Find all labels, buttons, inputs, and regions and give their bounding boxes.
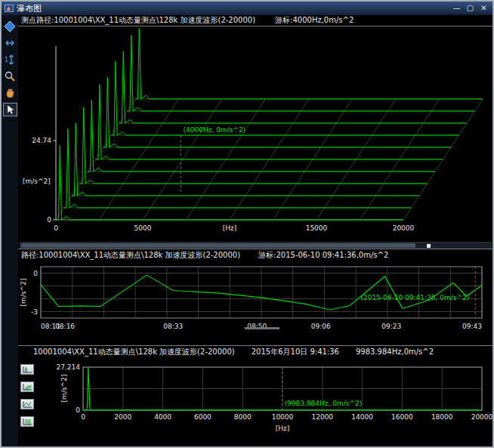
pan-button[interactable] [3,36,17,50]
waterfall-path-label: 测点路径:10001004\XX_11动态量测点\128k 加速度波形(2-20… [21,15,255,26]
spectrum-header: 10001004\XX_11动态量测点\128k 加速度波形(2-20000) … [18,346,492,357]
navigate-diamond-icon [4,20,16,32]
waterfall-x-tick: 15000 [306,224,328,232]
title-bar[interactable]: 瀑布图 — ▢ ✕ [2,2,492,15]
scale-1to1-icon: 1 [4,54,16,66]
waterfall-y-axis-label: [m/s^2] [23,178,51,185]
spectrum-x-tick: 2000 [114,413,131,421]
trend-x-tick: 08:33 [163,323,183,330]
pan-arrows-icon [4,37,16,49]
navigate-button[interactable] [3,20,17,33]
trend-x-tick: 08:16 [55,323,75,330]
trend-y-tick: -3 [31,308,38,316]
mini-trend-button[interactable] [20,399,34,409]
trend-header: 路径:10001004\XX_11动态量测点\128k 加速度波形(2-2000… [18,249,492,261]
waterfall-trace [112,61,459,135]
hand-pan-button[interactable] [3,86,17,100]
spectrum-chart[interactable]: (9983.984Hz, 0m/s^2)027.214[m/s^2]020004… [18,357,492,441]
zoom-button[interactable] [3,70,17,83]
trend-y-axis-label: [m/s^2] [20,279,27,307]
select-pointer-button[interactable] [3,103,17,116]
waterfall-trace [135,29,483,99]
maximize-button[interactable]: ▢ [465,3,476,14]
window-controls: — ▢ ✕ [451,3,489,14]
spectrum-y-axis-label: [m/s^2] [60,375,68,403]
waterfall-header: 测点路径:10001004\XX_11动态量测点\128k 加速度波形(2-20… [18,15,492,26]
waterfall-x-tick: 5000 [134,224,152,232]
waterfall-panel: 测点路径:10001004\XX_11动态量测点\128k 加速度波形(2-20… [18,15,492,249]
waterfall-trace [56,146,403,221]
app-icon [5,4,14,13]
waterfall-cursor-value: (4000Hz, 0m/s^2) [184,126,246,134]
spectrum-x-tick: 12000 [311,413,333,421]
waterfall-y-tick: 0 [47,216,51,224]
spectrum-cursor-label: 9983.984Hz,0m/s^2 [356,348,434,356]
waterfall-trace [128,36,475,111]
trend-cursor-value: (2015-06-10 09:41:36, 0m/s^2) [360,294,469,301]
waterfall-trace [80,107,428,184]
waterfall-x-tick: 20000 [393,224,415,232]
spectrum-mini-toolbar [20,364,34,427]
waterfall-y-tick: 24.74 [32,137,51,144]
trend-x-tick: 09:06 [311,323,331,330]
close-button[interactable]: ✕ [478,3,489,14]
spectrum-x-tick: 14000 [351,413,373,421]
mini-waterfall-icon [23,383,32,391]
trend-path-label: 路径:10001004\XX_11动态量测点\128k 加速度波形(2-2000… [21,250,240,261]
chart-panels: 测点路径:10001004\XX_11动态量测点\128k 加速度波形(2-20… [18,15,492,446]
main-toolbar: 1 [2,15,18,446]
spectrum-x-tick: 4000 [154,413,171,421]
svg-text:1: 1 [5,57,8,63]
spectrum-datetime-label: 2015年6月10日 9:41:36 [252,347,339,357]
spectrum-x-tick: 18000 [431,413,453,421]
spectrum-x-tick: 10000 [272,413,294,421]
spectrum-x-axis-label: [Hz] [276,425,290,432]
mini-spectrum-icon [23,366,32,373]
trend-panel: 路径:10001004\XX_11动态量测点\128k 加速度波形(2-2000… [18,249,492,345]
spectrum-x-tick: 0 [81,413,85,421]
window-body: 1 [2,15,492,446]
trend-y-tick: 0 [33,270,38,277]
waterfall-trace [96,85,443,159]
waterfall-scrollbar-marker [427,244,431,248]
spectrum-x-tick: 8000 [234,413,252,421]
mini-list-button[interactable] [20,416,34,427]
minimize-button[interactable]: — [451,3,462,14]
mini-trend-icon [23,400,32,408]
waterfall-chart[interactable]: 024.74[m/s^2]05000[Hz]1500020000(4000Hz,… [18,26,492,241]
spectrum-y-tick: 27.214 [57,363,81,371]
spectrum-x-tick: 20000 [471,413,492,421]
mini-waterfall-button[interactable] [20,382,34,392]
hand-icon [4,87,16,99]
waterfall-x-tick: [Hz] [223,224,237,232]
spectrum-x-tick: 16000 [391,413,413,421]
spectrum-y-tick: 0 [76,406,80,414]
spectrum-cursor-value: (9983.984Hz, 0m/s^2) [285,400,363,407]
trend-cursor-label: 游标:2015-06-10 09:41:36,0m/s^2 [258,250,388,261]
spectrum-x-tick: 6000 [194,413,211,421]
waterfall-cursor-label: 游标:4000Hz,0m/s^2 [275,15,354,26]
select-pointer-icon [5,104,15,115]
trend-scrollbar[interactable] [245,327,279,329]
waterfall-x-tick: 0 [54,224,58,232]
spectrum-path-label: 10001004\XX_11动态量测点\128k 加速度波形(2-20000) [33,347,235,357]
waterfall-scrollbar-thumb[interactable] [21,243,415,248]
waterfall-window: 瀑布图 — ▢ ✕ 1 [0,0,494,448]
waterfall-trace [119,51,467,123]
zoom-icon [4,70,16,82]
spectrum-panel: 10001004\XX_11动态量测点\128k 加速度波形(2-20000) … [18,345,492,446]
window-title: 瀑布图 [17,3,42,14]
trend-chart[interactable]: (2015-06-10 09:41:36, 0m/s^2)0-3[m/s^2]0… [18,261,492,344]
waterfall-trace [103,78,451,148]
trend-x-tick: 09:43 [462,323,482,330]
scale-button[interactable]: 1 [3,53,17,66]
mini-spectrum-button[interactable] [20,364,34,375]
mini-list-icon [23,418,32,425]
trend-x-tick: 09:23 [381,323,401,330]
